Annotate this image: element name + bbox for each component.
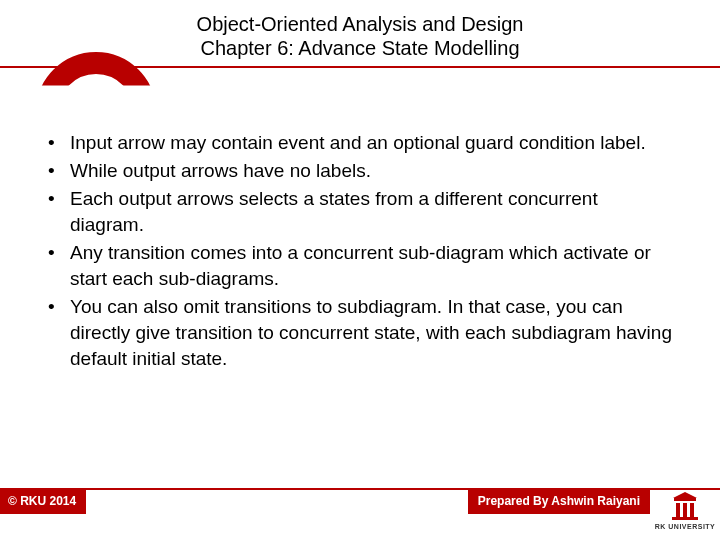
slide-body: Input arrow may contain event and an opt…	[44, 130, 676, 374]
title-line-1: Object-Oriented Analysis and Design	[0, 12, 720, 36]
footer-right-group: Prepared By Ashwin Raiyani RK UNIVERSITY	[468, 490, 720, 538]
university-logo: RK UNIVERSITY	[650, 490, 720, 538]
footer-prepared-by: Prepared By Ashwin Raiyani	[468, 490, 650, 514]
footer-copyright: © RKU 2014	[0, 490, 86, 514]
logo-text: RK UNIVERSITY	[655, 523, 716, 530]
list-item: You can also omit transitions to subdiag…	[44, 294, 676, 372]
slide-footer: © RKU 2014 Prepared By Ashwin Raiyani RK…	[0, 488, 720, 540]
list-item: While output arrows have no labels.	[44, 158, 676, 184]
slide: Object-Oriented Analysis and Design Chap…	[0, 0, 720, 540]
svg-rect-4	[672, 517, 698, 520]
bullet-list: Input arrow may contain event and an opt…	[44, 130, 676, 372]
slide-header: Object-Oriented Analysis and Design Chap…	[0, 0, 720, 82]
svg-rect-2	[683, 503, 687, 517]
logo-icon	[668, 492, 702, 522]
svg-rect-3	[690, 503, 694, 517]
list-item: Input arrow may contain event and an opt…	[44, 130, 676, 156]
svg-rect-0	[674, 498, 696, 501]
list-item: Each output arrows selects a states from…	[44, 186, 676, 238]
svg-rect-1	[676, 503, 680, 517]
svg-marker-5	[673, 492, 697, 498]
list-item: Any transition comes into a concurrent s…	[44, 240, 676, 292]
